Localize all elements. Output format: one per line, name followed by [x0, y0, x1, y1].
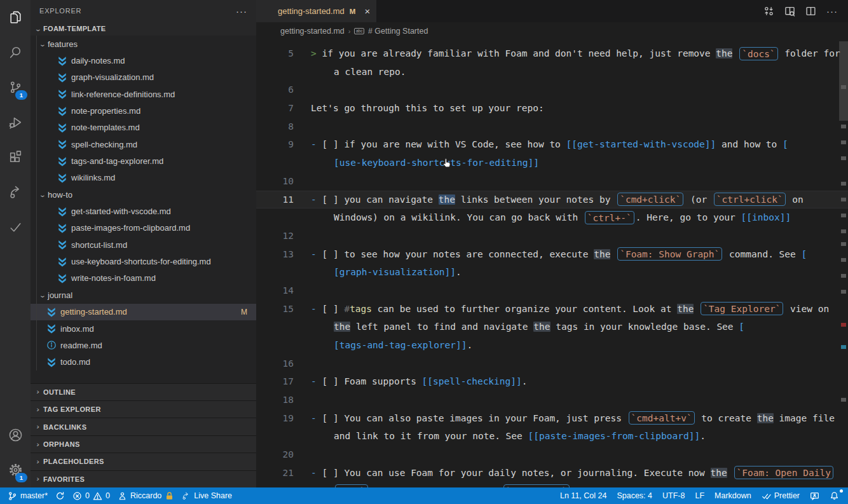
run-and-debug-icon[interactable] [0, 105, 31, 140]
tree-file-graph-visualization.md[interactable]: graph-visualization.md [31, 69, 256, 86]
tree-file-shortcut-list.md[interactable]: shortcut-list.md [31, 236, 256, 253]
ruler-mark [841, 214, 846, 217]
tree-file-note-templates.md[interactable]: note-templates.md [31, 119, 256, 136]
explorer-more-actions-icon[interactable]: ··· [236, 6, 247, 17]
code-line-12[interactable]: 12 [256, 227, 848, 245]
code-line-9[interactable]: 9- [ ] if you are new with VS Code, see … [256, 135, 848, 154]
chevron-down-icon: ⌄ [31, 25, 45, 32]
wikilink[interactable]: [tags-and-tag-explorer]] [334, 340, 467, 350]
wikilink[interactable]: [[paste-images-from-clipboard]] [528, 431, 701, 441]
tab-close-icon[interactable]: × [364, 6, 370, 17]
tree-file-link-reference-definitions.md[interactable]: link-reference-definitions.md [31, 86, 256, 102]
code-line-11-wrap[interactable]: Windows) on a wikilink. You can go back … [256, 208, 848, 227]
pane-placeholders[interactable]: ›PLACEHOLDERS [31, 453, 256, 470]
share-icon [181, 491, 191, 501]
open-preview-icon[interactable] [784, 6, 795, 17]
code-line-21-wrap[interactable]: Note` command, or just press `cmd+alt+d` [256, 482, 848, 488]
accounts-icon[interactable] [0, 418, 31, 453]
notifications[interactable] [824, 487, 844, 504]
pane-backlinks[interactable]: ›BACKLINKS [31, 418, 256, 435]
breadcrumb-symbol[interactable]: # Getting Started [368, 27, 428, 36]
code-line-13-wrap[interactable]: [graph-visualization]]. [256, 263, 848, 282]
more-actions-icon[interactable]: ··· [826, 6, 838, 17]
breadcrumb-file[interactable]: getting-started.md [280, 27, 345, 36]
code-line-13[interactable]: 13- [ ] to see how your notes are connec… [256, 245, 848, 264]
tab-getting-started[interactable]: getting-started.md M × [256, 0, 376, 22]
language-mode[interactable]: Markdown [709, 487, 756, 504]
tree-file-tags-and-tag-explorer.md[interactable]: tags-and-tag-explorer.md [31, 153, 256, 169]
wikilink[interactable]: [ [739, 322, 744, 332]
code-line-15-wrap[interactable]: the left panel to find and navigate the … [256, 318, 848, 336]
tree-file-use-keyboard-shortcuts-for-editing.md[interactable]: use-keyboard-shortcuts-for-editing.md [31, 253, 256, 269]
code-line-11[interactable]: 11- [ ] you can navigate the links betwe… [256, 191, 848, 209]
code-line-21[interactable]: 21- [ ] You can use Foam for your daily … [256, 464, 848, 482]
tree-folder-journal[interactable]: ⌄journal [31, 287, 256, 303]
source-control-icon[interactable]: 1 [0, 70, 31, 105]
code-line-14[interactable]: 14 [256, 282, 848, 300]
code-editor[interactable]: 5> if you are already familiar with Foam… [256, 39, 848, 487]
tree-file-inbox.md[interactable]: inbox.md [31, 320, 256, 337]
wikilink[interactable]: [[spell-checking]] [422, 376, 522, 386]
tree-file-write-notes-in-foam.md[interactable]: write-notes-in-foam.md [31, 270, 256, 287]
pane-orphans[interactable]: ›ORPHANS [31, 435, 256, 453]
wikilink[interactable]: [[get-started-with-vscode]] [566, 139, 716, 149]
problems[interactable]: 00 [69, 487, 114, 504]
indentation[interactable]: Spaces: 4 [612, 487, 657, 504]
code-line-19[interactable]: 19- [ ] You can also paste images in you… [256, 409, 848, 428]
live-share[interactable]: Live Share [177, 487, 236, 504]
code-line-17[interactable]: 17- [ ] Foam supports [[spell-checking]]… [256, 372, 848, 391]
wikilink[interactable]: [[inbox]] [741, 212, 791, 222]
tree-file-get-started-with-vscode.md[interactable]: get-started-with-vscode.md [31, 203, 256, 219]
pane-favorites[interactable]: ›FAVORITES [31, 470, 256, 487]
code-line-6[interactable]: 6 [256, 81, 848, 99]
tree-file-spell-checking.md[interactable]: spell-checking.md [31, 136, 256, 153]
explorer-icon[interactable] [0, 0, 31, 35]
code-line-15[interactable]: 15- [ ] #tags can be used to further org… [256, 300, 848, 318]
code-line-5[interactable]: 5> if you are already familiar with Foam… [256, 44, 848, 63]
code-line-19-wrap[interactable]: and link to it from your note. See [[pas… [256, 427, 848, 446]
workspace-root-folder[interactable]: ⌄ FOAM-TEMPLATE [31, 22, 256, 36]
editor-scrollbar[interactable] [839, 41, 848, 121]
settings-icon[interactable]: 1 [0, 453, 31, 487]
tree-folder-features[interactable]: ⌄features [31, 36, 256, 52]
tree-file-paste-images-from-clipboard.md[interactable]: paste-images-from-clipboard.md [31, 220, 256, 236]
live-share-icon[interactable] [0, 175, 31, 210]
cursor-position[interactable]: Ln 11, Col 24 [555, 487, 612, 504]
tree-folder-how-to[interactable]: ⌄how-to [31, 186, 256, 203]
wikilink[interactable]: [use-keyboard-shortcuts-for-editing]] [334, 158, 539, 168]
git-branch[interactable]: master* [4, 487, 51, 504]
tree-file-note-properties.md[interactable]: note-properties.md [31, 102, 256, 119]
pane-outline[interactable]: ›OUTLINE [31, 383, 256, 400]
code-line-7[interactable]: 7Let's go through this to set up your re… [256, 99, 848, 118]
code-line-15-wrap[interactable]: [tags-and-tag-explorer]]. [256, 336, 848, 355]
wikilink[interactable]: [ [802, 249, 807, 259]
tree-file-daily-notes.md[interactable]: daily-notes.md [31, 52, 256, 69]
tree-file-todo.md[interactable]: todo.md [31, 354, 256, 371]
sync[interactable] [51, 487, 69, 504]
tree-file-readme.md[interactable]: readme.md [31, 337, 256, 353]
open-changes-icon[interactable] [763, 6, 774, 17]
feedback[interactable] [805, 487, 824, 504]
live-share-session[interactable]: Riccardo [114, 487, 177, 504]
prettier[interactable]: Prettier [756, 487, 805, 504]
eol[interactable]: LF [690, 487, 709, 504]
code-line-18[interactable]: 18 [256, 391, 848, 409]
encoding[interactable]: UTF-8 [657, 487, 690, 504]
foam-file-icon [57, 72, 67, 83]
extensions-icon[interactable] [0, 140, 31, 175]
tree-file-getting-started.md[interactable]: getting-started.mdM [31, 304, 256, 320]
error-icon [72, 491, 82, 501]
search-icon[interactable] [0, 35, 31, 70]
code-line-20[interactable]: 20 [256, 446, 848, 464]
code-line-16[interactable]: 16 [256, 355, 848, 373]
wikilink[interactable]: [graph-visualization]] [334, 267, 456, 277]
code-line-8[interactable]: 8 [256, 118, 848, 136]
code-line-9-wrap[interactable]: [use-keyboard-shortcuts-for-editing]] [256, 154, 848, 172]
wikilink[interactable]: [ [783, 139, 788, 149]
code-line-5-wrap[interactable]: a clean repo. [256, 63, 848, 81]
code-line-10[interactable]: 10 [256, 172, 848, 191]
tree-file-wikilinks.md[interactable]: wikilinks.md [31, 170, 256, 186]
tasks-icon[interactable] [0, 210, 31, 245]
split-editor-icon[interactable] [805, 6, 816, 17]
pane-tag-explorer[interactable]: ›TAG EXPLORER [31, 400, 256, 418]
